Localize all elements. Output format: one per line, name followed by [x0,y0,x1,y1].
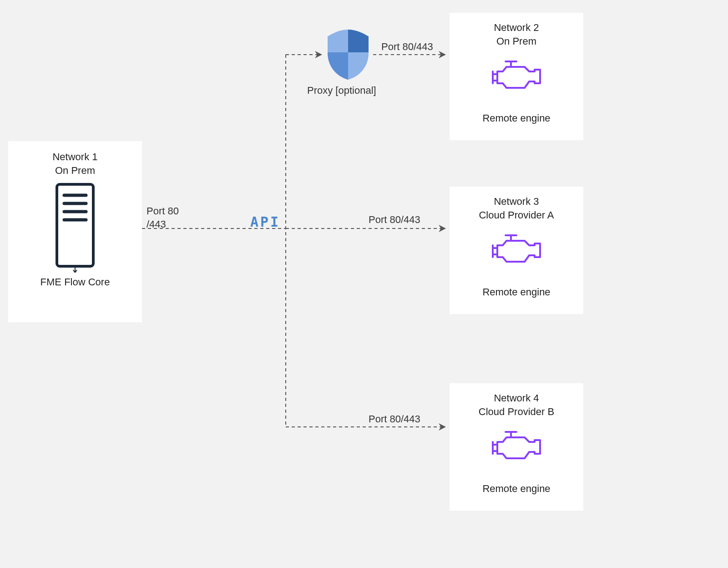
text: Remote engine [482,483,550,494]
text: Port 80/443 [369,413,420,425]
text: On Prem [496,36,536,47]
server-icon [13,182,137,273]
text: Cloud Provider A [479,209,554,221]
text: Port 80 [147,205,179,217]
node-network-4: Network 4 Cloud Provider B Remote engine [450,383,583,511]
text: Network 1 [52,151,97,162]
node-network-2-title: Network 2 On Prem [454,21,579,48]
engine-icon [454,57,579,98]
engine-icon [454,427,579,468]
text: Port 80/443 [381,41,433,52]
branch-2-port-label: Port 80/443 [369,214,420,226]
text: Network 2 [494,22,539,33]
node-network-2: Network 2 On Prem Remote engine [450,13,583,140]
text: Network 3 [494,196,539,207]
text: Proxy [optional] [307,85,376,96]
text: Network 4 [494,392,539,404]
node-network-1: Network 1 On Prem FME Flow Core [8,141,142,322]
text: Remote engine [482,286,550,298]
node-network-3-title: Network 3 Cloud Provider A [454,195,579,222]
text: API [250,214,280,230]
node-network-1-footer: FME Flow Core [13,274,137,288]
text: /443 [147,218,166,230]
node-network-4-title: Network 4 Cloud Provider B [454,391,579,418]
shield-icon [321,27,375,82]
branch-1-port-label: Port 80/443 [381,41,433,53]
engine-icon [454,231,579,272]
text: On Prem [55,165,95,176]
text: Cloud Provider B [479,406,554,417]
proxy-node: Proxy [optional] [321,27,375,96]
node-network-3-footer: Remote engine [454,284,579,298]
api-label: API [250,214,280,230]
proxy-label: Proxy [optional] [307,85,375,96]
main-port-label: Port 80 /443 [147,205,179,231]
architecture-diagram: Network 1 On Prem FME Flow Core Port 80 … [0,0,728,568]
node-network-1-title: Network 1 On Prem [13,150,137,177]
node-network-3: Network 3 Cloud Provider A Remote engine [450,187,583,314]
text: Port 80/443 [369,214,420,225]
node-network-4-footer: Remote engine [454,481,579,495]
text: Remote engine [482,112,550,124]
text: FME Flow Core [40,276,110,288]
branch-3-port-label: Port 80/443 [369,413,420,425]
node-network-2-footer: Remote engine [454,111,579,124]
